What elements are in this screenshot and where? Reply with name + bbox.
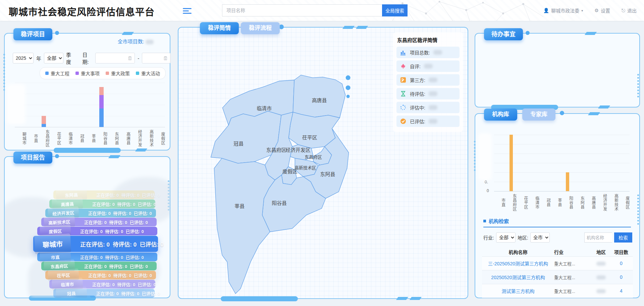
citywide-project-count: 全市项目数: — [118, 38, 154, 45]
decoration — [135, 148, 147, 151]
industry-select[interactable]: 全部 — [496, 232, 516, 243]
x-label: 东昌府区 — [38, 130, 49, 147]
org-chart-bars — [494, 135, 630, 191]
x-label: 高唐县 — [584, 194, 596, 211]
org-name-input[interactable] — [584, 232, 612, 243]
projects-chart-bars — [15, 83, 165, 127]
page-title: 聊城市社会稳定风险评估信息平台 — [9, 5, 155, 18]
x-label: 茌平区 — [517, 194, 528, 211]
map-label-经济开发区: 经济开发区 — [285, 147, 311, 153]
decoration — [55, 31, 59, 35]
tab-stability-process[interactable]: 稳评流程 — [241, 22, 280, 34]
report-card-stats: 正在评估: 0 待评估: 0 已评估: 0 — [96, 289, 160, 298]
tab-stability-brief[interactable]: 稳评简情 — [200, 22, 239, 34]
map-label-东昌府区: 东昌府区 — [305, 155, 322, 160]
redacted-value — [429, 91, 437, 96]
map-label-茌平区: 茌平区 — [302, 135, 317, 140]
report-card-聊城市[interactable]: 聊城市正在评估: 0 待评估: 0 已评估: 0 — [33, 236, 158, 252]
redacted-value — [433, 50, 442, 55]
org-table-row[interactable]: 测试第三方机构重大工程...4 — [482, 284, 633, 298]
report-card-stats: 正在评估: 0 待评估: 0 已评估: 0 — [80, 253, 144, 261]
brief-label: 评估中: — [410, 104, 425, 111]
map-label-高唐县: 高唐县 — [312, 97, 327, 103]
report-card-临清市[interactable]: 临清市正在评估: 0 待评估: 0 已评估: 0 — [49, 280, 155, 289]
x-label: 东阿县 — [107, 130, 119, 147]
legend-item[interactable]: 重大工程 — [45, 70, 69, 77]
decoration — [3, 54, 7, 91]
edit-icon — [400, 77, 407, 83]
legend-item[interactable]: 重大活动 — [136, 70, 160, 77]
redacted-value — [429, 78, 437, 82]
org-name-link[interactable]: 测试第三方机构 — [502, 289, 535, 294]
report-card-市直[interactable]: 市直正在评估: 0 待评估: 0 已评估: 0 — [37, 253, 157, 261]
projects-chart-xlabels: 聊城市市直东昌府区茌平区临清市冠县莘县阳谷县东阿县高唐县经济开发高新技术度假区 — [15, 130, 165, 147]
report-card-stats: 正在评估: 0 待评估: 0 已评估: 0 — [80, 236, 163, 252]
redacted-y-axis — [7, 84, 25, 124]
map-label-阳谷县: 阳谷县 — [272, 200, 287, 206]
legend-item[interactable]: 重大事项 — [75, 70, 100, 77]
user-name: 聊城市政法委 — [551, 7, 579, 14]
todo-panel-title: 待办事宜 — [484, 28, 523, 40]
bar-东昌府区 — [505, 135, 517, 191]
menu-toggle-icon[interactable] — [183, 7, 192, 14]
org-search-button[interactable]: 检索 — [614, 232, 632, 243]
x-label: 东阿县 — [573, 194, 585, 211]
ytick-05: 0. — [485, 180, 488, 184]
map-label-东昌府区: 东昌府区 — [266, 147, 286, 153]
global-search-button[interactable]: 全局搜索 — [382, 4, 408, 16]
org-project-count: 0 — [611, 261, 631, 266]
district-gaotangxian[interactable] — [293, 75, 345, 118]
org-table-row[interactable]: 20250520测试第三方机构重大工程...0 — [482, 270, 633, 284]
user-menu[interactable]: 👤 聊城市政法委 ▾ — [543, 7, 583, 14]
redacted-value — [146, 40, 154, 44]
legend-item[interactable]: 重大政策 — [106, 70, 130, 77]
chart-legend: 重大工程重大事项重大政策重大活动 — [40, 67, 166, 79]
brief-label: 待评估: — [410, 90, 425, 97]
x-label: 莘县 — [550, 194, 562, 211]
region-select[interactable]: 全市 — [530, 232, 550, 243]
brief-label: 项目总数: — [410, 49, 430, 56]
bar-度假区 — [618, 135, 630, 191]
bar-高新技术 — [607, 135, 619, 191]
org-project-count: 0 — [611, 274, 631, 280]
brief-label: 第三方: — [410, 77, 425, 83]
tab-org-library[interactable]: 机构库 — [484, 108, 517, 121]
tab-expert-library[interactable]: 专家库 — [522, 108, 555, 121]
global-search-input[interactable] — [222, 4, 382, 16]
bar-临清市 — [528, 135, 539, 191]
org-name-link[interactable]: 20250520测试第三方机构 — [491, 275, 545, 280]
bar-高唐县 — [584, 135, 596, 191]
district-shenxian[interactable] — [214, 158, 275, 294]
redacted-region — [596, 262, 606, 266]
bar-冠县 — [539, 135, 551, 191]
report-card-茌平区[interactable]: 茌平区正在评估: 0 待评估: 0 已评估: 0 — [45, 271, 156, 279]
org-industry: 重大工程... — [554, 260, 591, 267]
date-start-input[interactable]: 🗓 — [95, 53, 135, 63]
org-filters: 行业: 全部 地区: 全市 检索 — [483, 232, 632, 243]
user-icon: 👤 — [543, 8, 549, 13]
logout-button[interactable]: ⎋ 退出 — [622, 7, 637, 14]
square-bullet-icon — [483, 220, 486, 222]
report-card-冠县[interactable]: 冠县正在评估: 0 待评估: 0 已评估: 0 — [53, 289, 155, 298]
x-label: 市直 — [26, 130, 38, 147]
org-industry: 重大工程... — [554, 274, 591, 280]
ytick-0: 0 — [487, 188, 489, 193]
brief-label: 自评: — [410, 63, 421, 70]
x-label: 临清市 — [528, 194, 539, 211]
year-select[interactable]: 2025 — [13, 53, 34, 63]
org-table-row[interactable]: 三-20250520测试第三方机构重大工程...0 — [482, 256, 633, 270]
bar-东阿县 — [573, 135, 585, 191]
report-card-东昌府区[interactable]: 东昌府区正在评估: 0 待评估: 0 已评估: 0 — [41, 262, 157, 270]
x-label: 莘县 — [84, 130, 96, 147]
org-project-count: 4 — [611, 288, 631, 294]
quarter-select[interactable]: 全部 — [44, 53, 63, 63]
date-end-input[interactable]: 🗓 — [142, 53, 170, 63]
org-name-link[interactable]: 三-20250520测试第三方机构 — [488, 261, 548, 266]
settings-button[interactable]: ⚙ 设置 — [594, 7, 610, 14]
decoration — [474, 141, 477, 171]
x-label: 冠县 — [72, 130, 84, 147]
x-label: 高新技术 — [607, 194, 619, 211]
projects-panel: 稳评项目 全市项目数: 2025 年 全部 季度 日期: 🗓 - 🗓 重大工程重… — [4, 33, 170, 150]
x-label: 度假区 — [154, 130, 165, 147]
map-label-莘县: 莘县 — [234, 203, 245, 209]
